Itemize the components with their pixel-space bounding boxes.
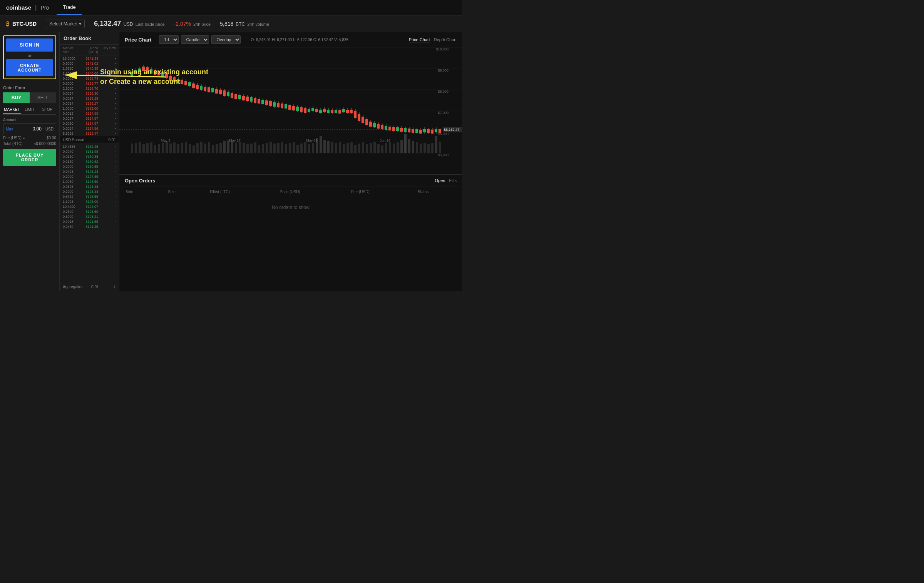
svg-rect-129 [196, 85, 199, 89]
chart-tab-price[interactable]: Price Chart [409, 37, 430, 42]
ask-row: 5.5226 6132.47 - [60, 131, 119, 136]
bid-size: 0.2500 [63, 210, 80, 214]
ask-row: 0.2000 6136.77 - [60, 81, 119, 86]
svg-rect-105 [150, 69, 152, 74]
svg-text:$9,000: $9,000 [438, 68, 449, 72]
svg-rect-56 [296, 145, 299, 153]
bid-price: 6126.44 [80, 190, 98, 194]
svg-rect-235 [400, 128, 403, 132]
order-type-limit[interactable]: LIMIT [21, 105, 38, 114]
svg-rect-52 [281, 142, 283, 153]
svg-rect-185 [304, 108, 306, 113]
chart-title: Price Chart [125, 37, 151, 43]
svg-rect-123 [184, 81, 187, 85]
svg-rect-179 [292, 106, 295, 110]
nav-tab-trade[interactable]: Trade [57, 0, 82, 15]
timeframe-select[interactable]: 1d [159, 35, 179, 44]
bid-size: 0.0896 [63, 185, 80, 189]
order-type-market[interactable]: MARKET [3, 105, 21, 114]
ask-my-size: - [98, 112, 116, 115]
buy-tab[interactable]: BUY [3, 92, 30, 103]
ticker-volume-currency: BTC [236, 22, 245, 27]
order-type-stop[interactable]: STOP [38, 105, 56, 114]
chevron-down-icon: ▾ [79, 21, 81, 27]
svg-text:Jun 14: Jun 14 [380, 139, 390, 142]
svg-rect-43 [246, 144, 249, 153]
order-form: Order Form BUY SELL MARKET LIMIT STOP Am… [3, 82, 56, 166]
create-account-button[interactable]: CREATE ACCOUNT [6, 59, 53, 76]
svg-rect-80 [389, 142, 391, 153]
svg-rect-117 [173, 77, 176, 82]
col-size: Size [162, 188, 204, 196]
chart-tab-depth[interactable]: Depth Chart [434, 37, 457, 42]
svg-rect-165 [265, 100, 268, 105]
svg-rect-103 [146, 67, 149, 73]
svg-rect-84 [404, 134, 407, 153]
logo: coinbase | Pro [6, 4, 49, 11]
svg-rect-31 [200, 142, 203, 153]
signin-button[interactable]: SIGN IN [6, 38, 53, 52]
sell-tab[interactable]: SELL [30, 92, 56, 103]
or-text: or [6, 52, 53, 59]
svg-rect-107 [154, 70, 156, 75]
svg-rect-211 [354, 111, 357, 118]
bid-price: 6121.55 [80, 220, 98, 224]
bid-price: 6128.23 [80, 170, 98, 174]
svg-rect-92 [435, 136, 437, 153]
svg-rect-153 [242, 96, 245, 100]
svg-text:$8,000: $8,000 [438, 90, 449, 94]
oo-tab-open[interactable]: Open [435, 178, 445, 183]
svg-rect-245 [419, 130, 422, 134]
price-chart-svg: $10,000 $9,000 $8,000 $7,000 $6,000 $5,0… [119, 47, 462, 174]
svg-rect-70 [350, 142, 353, 153]
svg-rect-58 [304, 142, 306, 153]
svg-rect-181 [296, 107, 299, 111]
chart-ohlcv: O: 6,246.01 H: 6,271.00 L: 6,127.36 C: 6… [251, 38, 348, 42]
bid-size: 0.0460 [63, 225, 80, 229]
ask-price: 6136.30 [80, 92, 98, 95]
place-order-button[interactable]: PLACE BUY ORDER [3, 149, 56, 166]
svg-text:$7,000: $7,000 [438, 111, 449, 115]
svg-rect-175 [285, 104, 287, 109]
select-market-dropdown[interactable]: Select Market ▾ [46, 20, 85, 28]
order-form-title: Order Form [3, 85, 56, 90]
amount-input[interactable] [15, 124, 43, 134]
svg-rect-14 [135, 143, 137, 153]
bid-price: 6121.45 [80, 225, 98, 229]
no-orders-message: No orders to show [120, 197, 461, 218]
signin-box: SIGN IN or CREATE ACCOUNT [3, 35, 56, 79]
svg-rect-50 [273, 144, 276, 153]
col-fee: Fee (USD) [346, 188, 412, 196]
svg-rect-231 [392, 127, 395, 131]
svg-rect-28 [189, 144, 191, 153]
agg-minus-button[interactable]: − [107, 284, 110, 290]
svg-rect-71 [354, 145, 357, 153]
bid-rows: 19.4888 6132.46 - 0.0040 6131.98 - 0.016… [60, 144, 119, 229]
overlay-select[interactable]: Overlay [211, 35, 241, 44]
ask-price: 6135.00 [80, 107, 98, 110]
max-link[interactable]: Max [3, 125, 15, 134]
ticker-pair: BTC-USD [12, 21, 37, 27]
ticker-price-currency: USD [123, 22, 133, 27]
chart-canvas: $10,000 $9,000 $8,000 $7,000 $6,000 $5,0… [119, 47, 462, 174]
amount-currency: USD [43, 125, 56, 134]
svg-rect-229 [388, 127, 391, 130]
ask-size: 0.0027 [63, 117, 80, 120]
svg-rect-66 [335, 143, 337, 153]
total-row: Total (BTC) = ≈0.00000000 [3, 142, 56, 146]
ticker-price-group: 6,132.47 USD Last trade price [94, 20, 164, 28]
spread-value: 0.01 [109, 138, 116, 142]
svg-rect-247 [423, 129, 426, 132]
ask-my-size: - [98, 122, 116, 125]
fee-label: Fee (USD) = [3, 136, 25, 140]
agg-plus-button[interactable]: + [113, 284, 116, 290]
total-label: Total (BTC) = [3, 142, 26, 146]
oo-tab-fills[interactable]: Fills [449, 178, 457, 183]
bid-my-size: - [98, 195, 116, 199]
ask-price: 6134.97 [80, 117, 98, 120]
order-type-tabs: MARKET LIMIT STOP [3, 105, 56, 115]
ask-my-size: - [98, 97, 116, 100]
chart-type-select[interactable]: Candle [181, 35, 209, 44]
open-orders-tabs: Open Fills [435, 178, 457, 183]
ask-price: 6136.27 [80, 102, 98, 105]
